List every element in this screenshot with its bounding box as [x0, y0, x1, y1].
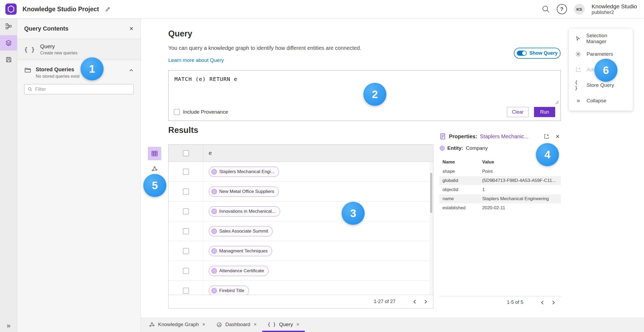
- property-row: globalid {5D9B4713-F98D-4A53-A59F-C11...: [439, 176, 561, 185]
- entity-dot-icon: [211, 169, 217, 174]
- edit-pencil-icon[interactable]: [105, 6, 111, 12]
- panel-header: Query Contents ✕: [17, 18, 141, 39]
- filter-input[interactable]: [35, 87, 130, 92]
- table-row: New Metal Office Suppliers: [169, 182, 433, 202]
- query-editor[interactable]: MATCH (e) RETURN e: [169, 70, 561, 88]
- stored-queries-section[interactable]: Stored Queries No stored queries exist: [17, 66, 141, 79]
- entity-pill[interactable]: Innovations in Mechanical...: [209, 206, 280, 217]
- results-scrollbar: [430, 162, 433, 295]
- query-item-label: Query: [40, 43, 78, 50]
- page-previous-icon[interactable]: [537, 300, 548, 305]
- page-next-icon[interactable]: [420, 299, 431, 304]
- entity-pill[interactable]: Sales Associate Summit: [209, 226, 273, 236]
- select-all-checkbox[interactable]: [183, 150, 189, 156]
- callout-badge-2: 2: [363, 83, 386, 106]
- properties-label: Properties:: [449, 133, 477, 140]
- entity-pill[interactable]: Managment Techniques: [209, 246, 272, 256]
- row-checkbox[interactable]: [183, 189, 189, 195]
- results-title: Results: [168, 125, 198, 135]
- run-button[interactable]: Run: [534, 107, 555, 117]
- entity-pill[interactable]: New Metal Office Suppliers: [209, 186, 279, 197]
- row-checkbox[interactable]: [183, 208, 189, 214]
- show-query-toggle[interactable]: Show Query: [514, 48, 561, 59]
- panel-title: Query Contents: [24, 25, 68, 32]
- include-provenance-label: Include Provenance: [183, 109, 228, 115]
- cursor-select-icon: [575, 36, 581, 42]
- properties-entity-link[interactable]: Staplers Mechanic...: [480, 133, 529, 140]
- tab-query[interactable]: { } Query ✕: [262, 318, 305, 332]
- entity-type: Company: [466, 145, 488, 151]
- expand-rail-icon[interactable]: »: [0, 322, 17, 330]
- row-checkbox[interactable]: [183, 268, 189, 274]
- property-row: name Staplers Mechanical Engineering: [439, 194, 561, 203]
- tab-close-icon[interactable]: ✕: [202, 322, 206, 327]
- row-checkbox[interactable]: [183, 169, 189, 175]
- close-icon[interactable]: ✕: [129, 25, 134, 32]
- results-table: e Staplers Mechanical Engi... New Metal …: [168, 144, 433, 308]
- query-item-sublabel: Create new queries: [40, 51, 78, 55]
- entity-pill[interactable]: Attendance Certificate: [209, 266, 269, 276]
- tab-close-icon[interactable]: ✕: [296, 322, 300, 327]
- add-to-map-icon: [575, 67, 582, 73]
- learn-more-link[interactable]: Learn more about Query: [168, 57, 224, 63]
- toggle-on-icon: [517, 51, 527, 56]
- search-icon[interactable]: [542, 5, 550, 13]
- page-previous-icon[interactable]: [409, 299, 420, 304]
- callout-badge-6: 6: [594, 59, 617, 82]
- link-chart-view-button[interactable]: [149, 163, 160, 174]
- stored-queries-empty-text: No stored queries exist: [36, 74, 80, 79]
- include-provenance-checkbox[interactable]: [174, 109, 180, 115]
- table-view-button[interactable]: [148, 147, 161, 160]
- scrollbar-thumb[interactable]: [430, 173, 432, 213]
- entity-dot-icon: [211, 209, 217, 214]
- properties-table: Name Value shape Point globalid {5D9B471…: [439, 157, 561, 212]
- results-pagination: 1-27 of 27: [169, 295, 433, 308]
- callout-badge-3: 3: [342, 202, 365, 225]
- collapse-chevrons-icon: »: [575, 97, 582, 104]
- show-query-label: Show Query: [529, 50, 558, 56]
- callout-badge-1: 1: [80, 57, 104, 80]
- tab-knowledge-graph[interactable]: Knowledge Graph ✕: [144, 318, 211, 332]
- results-count: 1-27 of 27: [374, 299, 396, 304]
- properties-count: 1-5 of 5: [507, 300, 523, 305]
- property-row: established 2020-02-11: [439, 203, 561, 212]
- entity-dot-icon: [211, 229, 217, 234]
- entity-pill[interactable]: Firebird Title: [209, 286, 249, 296]
- row-checkbox[interactable]: [183, 228, 189, 234]
- query-description: You can query a knowledge graph to ident…: [168, 45, 361, 51]
- entity-pill[interactable]: Staplers Mechanical Engi...: [209, 167, 279, 177]
- entity-dot-icon: [440, 146, 445, 151]
- user-info: Knowledge Studio publisher2: [592, 3, 637, 16]
- menu-item-selection-manager[interactable]: Selection Manager: [569, 31, 633, 46]
- chevron-up-icon[interactable]: [129, 68, 134, 73]
- query-page-title: Query: [168, 29, 192, 39]
- sidebar-item-query[interactable]: { } Query Create new queries: [17, 39, 141, 60]
- row-checkbox[interactable]: [183, 248, 189, 254]
- clear-button[interactable]: Clear: [507, 107, 529, 117]
- schema-tree-icon[interactable]: [0, 18, 17, 34]
- properties-doc-icon: [439, 133, 446, 140]
- layers-icon[interactable]: [0, 35, 17, 51]
- folder-icon: [24, 66, 31, 74]
- save-icon[interactable]: [0, 52, 17, 67]
- table-row: Sales Associate Summit: [169, 221, 433, 241]
- user-role: publisher2: [592, 10, 637, 16]
- top-bar: Knowledge Studio Project ? KS Knowledge …: [0, 0, 644, 18]
- code-braces-icon: { }: [268, 322, 276, 327]
- callout-badge-4: 4: [536, 143, 559, 166]
- left-icon-rail: »: [0, 18, 17, 332]
- menu-item-collapse[interactable]: » Collapse: [569, 93, 633, 109]
- close-icon[interactable]: ✕: [555, 133, 560, 140]
- tab-dashboard[interactable]: Dashboard ✕: [211, 318, 262, 332]
- property-row: objectid 1: [439, 185, 561, 194]
- search-icon: [28, 87, 32, 92]
- help-icon[interactable]: ?: [557, 4, 567, 14]
- tab-close-icon[interactable]: ✕: [254, 322, 257, 327]
- user-avatar[interactable]: KS: [574, 4, 585, 14]
- page-next-icon[interactable]: [548, 300, 559, 305]
- stored-queries-label: Stored Queries: [36, 66, 80, 73]
- filter-field: [24, 84, 134, 94]
- row-checkbox[interactable]: [183, 288, 189, 294]
- add-to-map-icon[interactable]: [544, 133, 550, 139]
- app-logo-icon: [5, 3, 17, 15]
